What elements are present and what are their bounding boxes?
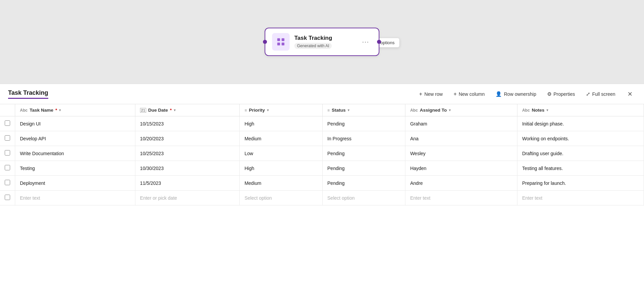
full-screen-label: Full screen <box>592 91 615 97</box>
cell-notes[interactable]: Working on endpoints. <box>517 131 644 146</box>
col-header-assigned-to[interactable]: Abc Assigned To ▾ <box>405 104 517 116</box>
col-notes-label: Notes <box>532 108 545 113</box>
cell-assigned-to[interactable]: Ana <box>405 131 517 146</box>
cell-due-date[interactable]: 10/25/2023 <box>135 146 240 161</box>
col-status-label: Status <box>332 108 346 113</box>
new-row-button[interactable]: + New row <box>414 89 448 99</box>
row-checkbox-cell[interactable] <box>0 146 15 161</box>
row-checkbox[interactable] <box>5 180 10 185</box>
svg-rect-3 <box>281 43 284 45</box>
notes-type-icon: Abc <box>522 108 530 113</box>
cell-notes[interactable]: Testing all features. <box>517 161 644 176</box>
cell-assigned-to[interactable]: Wesley <box>405 146 517 161</box>
cell-task-name[interactable]: Deployment <box>15 176 135 191</box>
due-date-chevron[interactable]: ▾ <box>174 108 176 112</box>
cell-status[interactable]: In Progress <box>322 131 405 146</box>
col-task-name-label: Task Name <box>30 108 53 113</box>
row-checkbox[interactable] <box>5 120 10 126</box>
cell-due-date[interactable]: 10/15/2023 <box>135 116 240 131</box>
cell-assigned-to[interactable]: Hayden <box>405 161 517 176</box>
node-card: Task Tracking Generated with AI ··· <box>265 28 379 56</box>
node-subtitle: Generated with AI <box>294 43 332 49</box>
empty-cell-status[interactable]: Select option <box>322 191 405 205</box>
properties-button[interactable]: ⚙ Properties <box>542 89 580 99</box>
cell-priority[interactable]: Medium <box>240 131 322 146</box>
empty-cell-due-date[interactable]: Enter or pick date <box>135 191 240 205</box>
col-header-due-date[interactable]: 21 Due Date * ▾ <box>135 104 240 116</box>
table-row: Develop API 10/20/2023 Medium In Progres… <box>0 131 644 146</box>
data-table: Abc Task Name * ▾ 21 Due Date * ▾ <box>0 104 644 205</box>
cell-task-name[interactable]: Design UI <box>15 116 135 131</box>
empty-cell-priority[interactable]: Select option <box>240 191 322 205</box>
cell-notes[interactable]: Initial design phase. <box>517 116 644 131</box>
properties-label: Properties <box>554 91 575 97</box>
status-chevron[interactable]: ▾ <box>348 108 349 112</box>
cell-due-date[interactable]: 11/5/2023 <box>135 176 240 191</box>
row-ownership-button[interactable]: 👤 Row ownership <box>491 89 541 99</box>
cell-assigned-to[interactable]: Graham <box>405 116 517 131</box>
canvas-area: View options Task Tracking Generated wit… <box>0 0 644 84</box>
due-date-type-icon: 21 <box>140 108 146 113</box>
node-info: Task Tracking Generated with AI <box>294 35 355 49</box>
cell-assigned-to[interactable]: Andre <box>405 176 517 191</box>
col-priority-label: Priority <box>249 108 265 113</box>
table-title: Task Tracking <box>8 89 48 99</box>
empty-row-checkbox[interactable] <box>5 195 10 200</box>
cell-priority[interactable]: High <box>240 116 322 131</box>
cell-task-name[interactable]: Write Documentation <box>15 146 135 161</box>
cell-priority[interactable]: High <box>240 161 322 176</box>
empty-cell-assigned-to[interactable]: Enter text <box>405 191 517 205</box>
node-title: Task Tracking <box>294 35 355 41</box>
col-header-notes[interactable]: Abc Notes ▾ <box>517 104 644 116</box>
row-checkbox-cell[interactable] <box>0 176 15 191</box>
cell-notes[interactable]: Preparing for launch. <box>517 176 644 191</box>
due-date-required: * <box>170 108 172 113</box>
assigned-to-chevron[interactable]: ▾ <box>449 108 451 112</box>
empty-cell-task-name[interactable]: Enter text <box>15 191 135 205</box>
table-row: Testing 10/30/2023 High Pending Hayden T… <box>0 161 644 176</box>
row-checkbox-cell[interactable] <box>0 116 15 131</box>
cell-status[interactable]: Pending <box>322 116 405 131</box>
new-column-button[interactable]: + New column <box>449 89 489 99</box>
empty-row-checkbox-cell[interactable] <box>0 191 15 205</box>
full-screen-button[interactable]: ⤢ Full screen <box>581 89 620 99</box>
empty-cell-notes[interactable]: Enter text <box>517 191 644 205</box>
cell-status[interactable]: Pending <box>322 176 405 191</box>
table-row: Write Documentation 10/25/2023 Low Pendi… <box>0 146 644 161</box>
svg-rect-0 <box>277 38 280 41</box>
new-column-icon: + <box>454 91 457 97</box>
row-checkbox[interactable] <box>5 150 10 155</box>
node-menu-button[interactable]: ··· <box>359 37 372 47</box>
col-header-status[interactable]: ≡ Status ▾ <box>322 104 405 116</box>
notes-chevron[interactable]: ▾ <box>546 108 548 112</box>
cell-task-name[interactable]: Testing <box>15 161 135 176</box>
cell-due-date[interactable]: 10/20/2023 <box>135 131 240 146</box>
cell-priority[interactable]: Medium <box>240 176 322 191</box>
status-type-icon: ≡ <box>327 108 330 113</box>
col-header-task-name[interactable]: Abc Task Name * ▾ <box>15 104 135 116</box>
task-name-type-icon: Abc <box>20 108 28 113</box>
table-empty-row[interactable]: Enter text Enter or pick date Select opt… <box>0 191 644 205</box>
priority-chevron[interactable]: ▾ <box>267 108 269 112</box>
cell-task-name[interactable]: Develop API <box>15 131 135 146</box>
svg-rect-2 <box>277 43 280 45</box>
cell-status[interactable]: Pending <box>322 161 405 176</box>
cell-priority[interactable]: Low <box>240 146 322 161</box>
row-checkbox[interactable] <box>5 135 10 141</box>
cell-notes[interactable]: Drafting user guide. <box>517 146 644 161</box>
cell-status[interactable]: Pending <box>322 146 405 161</box>
close-button[interactable]: ✕ <box>624 88 636 100</box>
row-checkbox-cell[interactable] <box>0 161 15 176</box>
col-header-checkbox <box>0 104 15 116</box>
table-header-bar: Task Tracking + New row + New column 👤 R… <box>0 84 644 104</box>
node-connector-right <box>377 40 381 44</box>
task-name-chevron[interactable]: ▾ <box>59 108 61 112</box>
cell-due-date[interactable]: 10/30/2023 <box>135 161 240 176</box>
full-screen-icon: ⤢ <box>586 91 590 97</box>
table-section: Task Tracking + New row + New column 👤 R… <box>0 84 644 283</box>
row-checkbox-cell[interactable] <box>0 131 15 146</box>
row-checkbox[interactable] <box>5 165 10 170</box>
col-header-priority[interactable]: ≡ Priority ▾ <box>240 104 322 116</box>
table-title-block: Task Tracking <box>8 89 48 99</box>
row-ownership-icon: 👤 <box>495 91 502 97</box>
